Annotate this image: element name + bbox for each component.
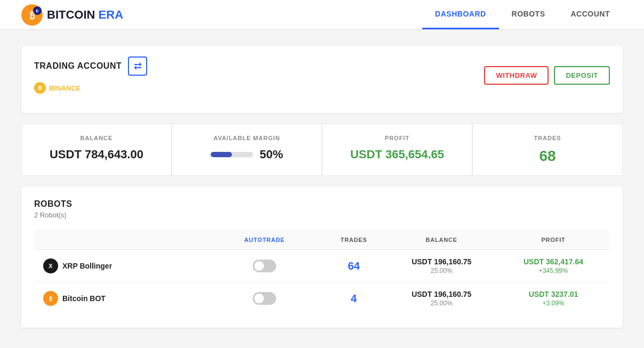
robots-title: ROBOTS [34, 199, 610, 209]
table-row: X XRP Bollinger 64 USDT 196,160.75 25.00… [35, 250, 610, 282]
balance-label: BALANCE [35, 135, 158, 141]
th-name [35, 230, 207, 250]
table-row: ₿ Bitcoin BOT 4 USDT 196,160.75 25.00% U… [35, 282, 610, 315]
autotrade-toggle[interactable] [253, 260, 276, 272]
margin-stat: AVAILABLE MARGIN 50% [172, 124, 322, 176]
robot-name: Bitcoin BOT [62, 294, 106, 303]
autotrade-cell [207, 250, 322, 282]
stats-grid: BALANCE USDT 784,643.00 AVAILABLE MARGIN… [21, 124, 623, 176]
th-autotrade: AUTOTRADE [207, 230, 322, 250]
robot-balance-sub: 25.00% [394, 267, 489, 274]
trades-label: TRADES [486, 135, 609, 141]
margin-fill [211, 152, 232, 157]
profit-value: USDT 365,654.65 [335, 148, 459, 161]
th-balance: BALANCE [385, 230, 497, 250]
balance-stat: BALANCE USDT 784,643.00 [21, 124, 172, 176]
robot-profit-main: USDT 3237.01 [506, 290, 601, 298]
withdraw-button[interactable]: WITHDRAW [484, 66, 549, 85]
trading-account-card: TRADING ACCOUNT ⇄ B BINANCE WITHDRAW DEP… [21, 46, 623, 113]
binance-icon: B [34, 82, 46, 94]
nav-links: DASHBOARD ROBOTS ACCOUNT [422, 0, 623, 29]
robot-profit-main: USDT 362,417.64 [506, 257, 601, 266]
nav-dashboard[interactable]: DASHBOARD [422, 0, 499, 29]
logo-text: BITCOIN ERA [47, 8, 123, 22]
profit-cell: USDT 362,417.64 +345.99% [497, 250, 609, 282]
action-buttons: WITHDRAW DEPOSIT [484, 66, 610, 85]
main-content: TRADING ACCOUNT ⇄ B BINANCE WITHDRAW DEP… [0, 30, 644, 344]
margin-bar [211, 152, 253, 157]
robot-balance-main: USDT 196,160.75 [394, 257, 489, 266]
robot-profit-sub: +3.09% [506, 300, 601, 307]
robots-subtitle: 2 Robot(s) [34, 211, 610, 219]
trading-account-header: TRADING ACCOUNT ⇄ B BINANCE WITHDRAW DEP… [34, 56, 610, 94]
margin-bar-container: 50% [185, 148, 309, 161]
trades-stat: TRADES 68 [472, 124, 623, 176]
th-profit: PROFIT [497, 230, 609, 250]
robot-name-cell: X XRP Bollinger [35, 250, 207, 282]
robots-card: ROBOTS 2 Robot(s) AUTOTRADE TRADES BALAN… [21, 187, 623, 328]
trades-cell: 4 [322, 282, 385, 315]
swap-button[interactable]: ⇄ [128, 56, 147, 76]
trading-account-left: TRADING ACCOUNT ⇄ B BINANCE [34, 56, 147, 94]
btc-icon: ₿ [43, 291, 58, 306]
profit-stat: PROFIT USDT 365,654.65 [322, 124, 472, 176]
balance-cell: USDT 196,160.75 25.00% [385, 250, 497, 282]
trades-value: 68 [486, 148, 609, 165]
bitcoin-era-logo-icon: ₿ E [21, 4, 43, 26]
margin-value: 50% [260, 148, 283, 161]
profit-cell: USDT 3237.01 +3.09% [497, 282, 609, 315]
balance-cell: USDT 196,160.75 25.00% [385, 282, 497, 315]
robot-name-cell: ₿ Bitcoin BOT [35, 282, 207, 315]
trades-count: 4 [351, 293, 357, 304]
autotrade-cell [207, 282, 322, 315]
svg-text:E: E [36, 9, 39, 13]
trades-cell: 64 [322, 250, 385, 282]
nav-robots[interactable]: ROBOTS [499, 0, 558, 29]
autotrade-toggle[interactable] [253, 292, 276, 305]
balance-value: USDT 784,643.00 [35, 148, 158, 161]
binance-logo: B BINANCE [34, 82, 147, 94]
toggle-slider [253, 260, 276, 272]
margin-label: AVAILABLE MARGIN [185, 135, 309, 141]
robot-profit-sub: +345.99% [506, 267, 601, 274]
th-trades: TRADES [322, 230, 385, 250]
xrp-icon: X [43, 258, 58, 273]
robots-table: AUTOTRADE TRADES BALANCE PROFIT X XRP Bo… [34, 230, 610, 315]
table-header-row: AUTOTRADE TRADES BALANCE PROFIT [35, 230, 610, 250]
robot-name: XRP Bollinger [62, 262, 112, 270]
nav-account[interactable]: ACCOUNT [558, 0, 623, 29]
logo: ₿ E BITCOIN ERA [21, 4, 123, 26]
robot-balance-main: USDT 196,160.75 [394, 290, 489, 298]
trading-account-title: TRADING ACCOUNT [34, 61, 122, 71]
navbar: ₿ E BITCOIN ERA DASHBOARD ROBOTS ACCOUNT [0, 0, 644, 30]
trades-count: 64 [348, 260, 360, 272]
robot-balance-sub: 25.00% [394, 300, 489, 307]
trading-account-title-row: TRADING ACCOUNT ⇄ [34, 56, 147, 76]
profit-label: PROFIT [335, 135, 459, 141]
deposit-button[interactable]: DEPOSIT [554, 66, 610, 85]
toggle-slider [253, 292, 276, 305]
